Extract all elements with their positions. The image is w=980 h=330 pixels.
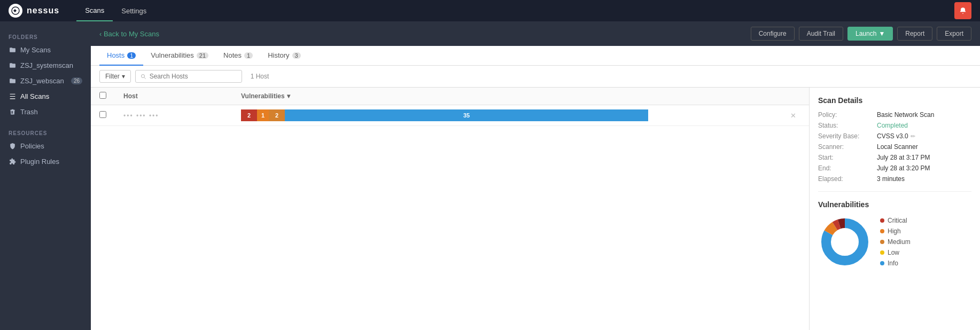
- end-value: July 28 at 3:20 PM: [877, 164, 930, 172]
- export-button[interactable]: Export: [937, 27, 971, 41]
- high-dot: [880, 229, 884, 233]
- audit-trail-button[interactable]: Audit Trail: [799, 27, 843, 41]
- resources-label: RESOURCES: [0, 126, 91, 138]
- content-topbar: ‹ Back to My Scans Configure Audit Trail…: [91, 21, 980, 46]
- end-label: End:: [818, 164, 877, 172]
- sidebar-item-zsj-systemscan[interactable]: ZSJ_systemscan: [0, 58, 91, 73]
- filter-button[interactable]: Filter ▾: [99, 70, 131, 83]
- policy-value: Basic Network Scan: [877, 111, 934, 119]
- row-delete-button[interactable]: ✕: [786, 109, 800, 122]
- content-body: Host Vulnerabilities ▾: [91, 88, 980, 330]
- launch-button[interactable]: Launch ▼: [847, 27, 893, 41]
- legend-medium: Medium: [880, 238, 911, 246]
- sidebar-item-trash-label: Trash: [20, 108, 38, 116]
- toolbar: Filter ▾ 1 Host: [91, 66, 980, 88]
- critical-dot: [880, 218, 884, 223]
- scan-title-area: ‹ Back to My Scans: [99, 30, 751, 38]
- vuln-high-seg: 1: [257, 109, 269, 121]
- folder-icon: [9, 77, 16, 85]
- detail-start: Start: July 28 at 3:17 PM: [818, 154, 971, 161]
- back-link[interactable]: ‹ Back to My Scans: [99, 30, 751, 38]
- sidebar-item-plugin-rules-label: Plugin Rules: [20, 158, 59, 166]
- status-value: Completed: [877, 122, 908, 129]
- sidebar-item-zsj-webscan-label: ZSJ_webscan: [20, 77, 64, 85]
- chart-legend: Critical High Medium Low: [880, 217, 911, 267]
- sidebar-item-allscans[interactable]: All Scans: [0, 89, 91, 104]
- vuln-medium-seg: 2: [269, 109, 285, 121]
- legend-info: Info: [880, 260, 911, 267]
- trash-icon: [9, 108, 16, 116]
- tab-vulnerabilities[interactable]: Vulnerabilities 21: [143, 46, 216, 66]
- detail-end: End: July 28 at 3:20 PM: [818, 164, 971, 172]
- medium-dot: [880, 240, 884, 244]
- start-value: July 28 at 3:17 PM: [877, 154, 930, 161]
- legend-high: High: [880, 227, 911, 235]
- logo-text: nessus: [27, 6, 59, 15]
- scanner-value: Local Scanner: [877, 143, 918, 151]
- tab-hosts[interactable]: Hosts 1: [99, 46, 143, 66]
- policy-label: Policy:: [818, 111, 877, 119]
- side-panel: Scan Details Policy: Basic Network Scan …: [809, 88, 980, 330]
- tab-notes[interactable]: Notes 1: [216, 46, 260, 66]
- info-dot: [880, 261, 884, 265]
- folders-label: FOLDERS: [0, 30, 91, 42]
- folder-icon: [9, 62, 16, 69]
- hosts-table: Host Vulnerabilities ▾: [91, 88, 809, 126]
- tab-history[interactable]: History 3: [260, 46, 308, 66]
- legend-critical: Critical: [880, 217, 911, 224]
- search-icon: [140, 73, 146, 80]
- sidebar-item-myscans[interactable]: My Scans: [0, 42, 91, 58]
- scan-icon: [9, 93, 16, 100]
- configure-button[interactable]: Configure: [751, 27, 795, 41]
- elapsed-label: Elapsed:: [818, 175, 877, 183]
- main-content: ‹ Back to My Scans Configure Audit Trail…: [91, 21, 980, 330]
- nessus-logo-icon: [9, 4, 22, 18]
- topnav-scans[interactable]: Scans: [76, 0, 113, 21]
- sidebar-item-zsj-webscan[interactable]: ZSJ_webscan 26: [0, 73, 91, 89]
- tab-hosts-badge: 1: [127, 52, 136, 59]
- search-box: [135, 70, 242, 83]
- report-button[interactable]: Report: [897, 27, 932, 41]
- sidebar-item-zsj-systemscan-label: ZSJ_systemscan: [20, 61, 73, 69]
- sidebar-item-policies[interactable]: Policies: [0, 138, 91, 154]
- sidebar-item-trash[interactable]: Trash: [0, 104, 91, 120]
- legend-low: Low: [880, 249, 911, 256]
- select-all-checkbox[interactable]: [99, 92, 106, 99]
- tab-notes-badge: 1: [244, 52, 253, 59]
- topnav-items: Scans Settings: [76, 0, 155, 21]
- sidebar: FOLDERS My Scans ZSJ_systemscan ZSJ_webs…: [0, 21, 91, 330]
- detail-severity: Severity Base: CVSS v3.0 ✏: [818, 132, 971, 140]
- vuln-critical-seg: 2: [241, 109, 257, 121]
- vuln-bar: 2 1 2 35: [241, 109, 769, 121]
- notification-bell[interactable]: [954, 2, 971, 19]
- plugin-icon: [9, 158, 16, 166]
- sidebar-item-allscans-label: All Scans: [20, 92, 49, 100]
- sort-icon[interactable]: ▾: [287, 92, 290, 100]
- severity-label: Severity Base:: [818, 132, 877, 140]
- tabs-row: Hosts 1 Vulnerabilities 21 Notes 1 Histo…: [91, 46, 980, 66]
- zsj-webscan-badge: 26: [71, 77, 82, 84]
- detail-scanner: Scanner: Local Scanner: [818, 143, 971, 151]
- detail-elapsed: Elapsed: 3 minutes: [818, 175, 971, 183]
- vulnerabilities-chart-title: Vulnerabilities: [818, 200, 971, 209]
- filter-chevron-icon: ▾: [122, 73, 125, 80]
- sidebar-item-plugin-rules[interactable]: Plugin Rules: [0, 154, 91, 169]
- row-checkbox[interactable]: [99, 111, 106, 118]
- scanner-label: Scanner:: [818, 143, 877, 151]
- table-area: Host Vulnerabilities ▾: [91, 88, 809, 330]
- col-vulnerabilities: Vulnerabilities ▾: [232, 88, 777, 105]
- logo: nessus: [9, 4, 59, 18]
- topbar-actions: Configure Audit Trail Launch ▼ Report Ex…: [751, 27, 971, 41]
- tab-vuln-badge: 21: [197, 52, 208, 59]
- launch-chevron-icon: ▼: [878, 30, 885, 37]
- sidebar-item-policies-label: Policies: [20, 142, 44, 150]
- edit-severity-icon[interactable]: ✏: [911, 133, 915, 140]
- table-row: ••• ••• ••• 2 1 2 35: [91, 105, 809, 126]
- tab-history-badge: 3: [292, 52, 301, 59]
- topnav-settings[interactable]: Settings: [113, 0, 155, 21]
- donut-chart: [818, 215, 872, 269]
- search-input[interactable]: [150, 73, 224, 80]
- col-host: Host: [115, 88, 232, 105]
- sidebar-item-myscans-label: My Scans: [20, 46, 51, 54]
- host-ip[interactable]: ••• ••• •••: [123, 112, 159, 120]
